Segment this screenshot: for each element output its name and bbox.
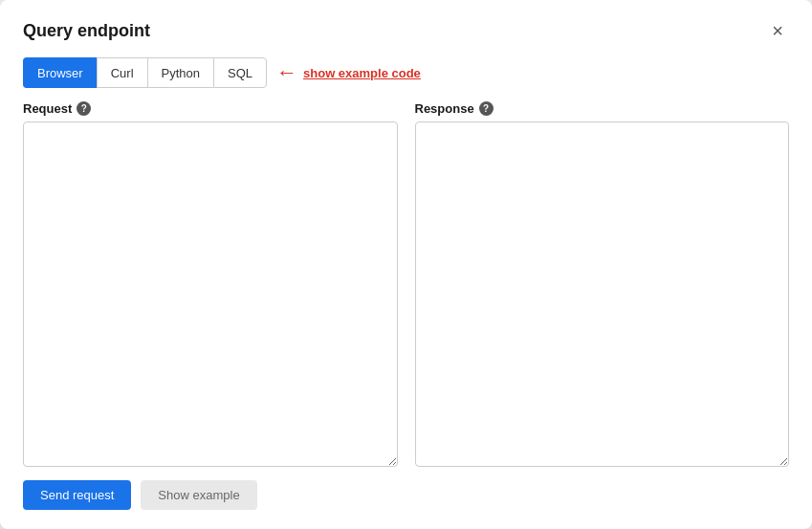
show-example-annotation: ← show example code	[276, 62, 421, 83]
footer: Send request Show example	[23, 480, 789, 510]
response-panel: Response ?	[415, 101, 790, 467]
show-example-code-link[interactable]: show example code	[303, 66, 421, 80]
request-label: Request ?	[23, 101, 398, 116]
request-label-text: Request	[23, 101, 72, 116]
panels-row: Request ? Response ?	[23, 101, 789, 467]
response-label-text: Response	[415, 101, 474, 116]
response-label: Response ?	[415, 101, 790, 116]
response-help-icon[interactable]: ?	[479, 101, 494, 116]
modal-header: Query endpoint ×	[23, 19, 789, 42]
request-panel: Request ?	[23, 101, 398, 467]
send-request-button[interactable]: Send request	[23, 480, 131, 510]
modal-title: Query endpoint	[23, 21, 150, 41]
query-endpoint-modal: Query endpoint × Browser Curl Python SQL…	[0, 0, 812, 529]
tabs-row: Browser Curl Python SQL ← show example c…	[23, 57, 789, 88]
show-example-button[interactable]: Show example	[141, 480, 256, 510]
request-textarea[interactable]	[23, 121, 398, 467]
arrow-icon: ←	[276, 62, 297, 83]
close-button[interactable]: ×	[766, 19, 789, 42]
tab-sql[interactable]: SQL	[213, 57, 267, 88]
request-help-icon[interactable]: ?	[77, 101, 91, 116]
tab-curl[interactable]: Curl	[97, 57, 147, 88]
tab-python[interactable]: Python	[147, 57, 213, 88]
modal-overlay: Query endpoint × Browser Curl Python SQL…	[0, 0, 812, 529]
tab-browser[interactable]: Browser	[23, 57, 97, 88]
response-textarea[interactable]	[415, 121, 790, 467]
